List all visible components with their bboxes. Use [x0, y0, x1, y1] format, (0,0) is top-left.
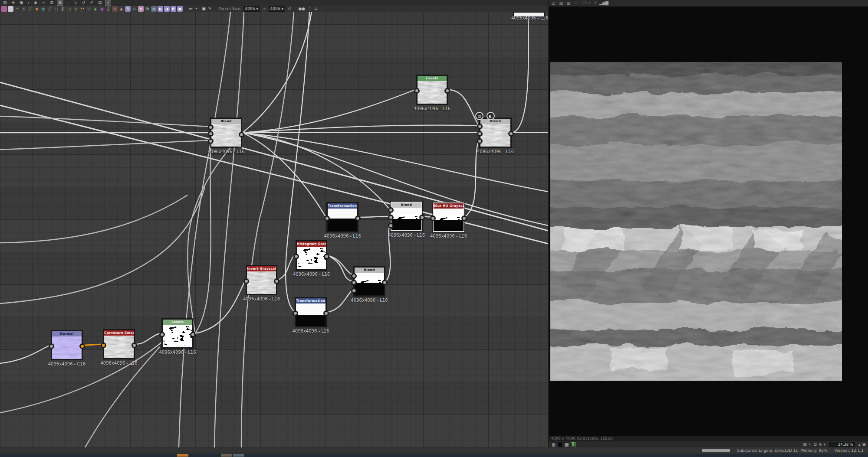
pan-view-icon[interactable]: ✜ — [819, 442, 822, 447]
input-port[interactable] — [351, 273, 357, 279]
navigation-pin-icon[interactable]: ✎ — [207, 7, 213, 11]
gradient-map-node-icon[interactable]: ▤ — [40, 6, 46, 12]
graph-node-invert-grayscale[interactable]: Invert Grayscale4096x4096 - L16 — [246, 265, 277, 295]
slope-blur-node-icon[interactable]: ▲ — [118, 6, 124, 12]
taskbar-app-tab-3[interactable] — [233, 454, 244, 457]
anisotropic-blur-node-icon[interactable]: •• — [79, 6, 85, 12]
input-port[interactable] — [101, 343, 106, 348]
output-port[interactable] — [324, 254, 329, 259]
graph-node-transformation-2d-upper[interactable]: Transformation 2D4096x4096 - L16 — [327, 202, 358, 232]
elbow-connector-icon[interactable]: ↳ — [73, 0, 78, 5]
swap-icon[interactable]: ⇄ — [313, 7, 319, 11]
percent-node-icon[interactable]: % — [145, 6, 150, 12]
levels-node-icon[interactable]: ▲ — [92, 6, 98, 12]
graph-node-curvature-smooth[interactable]: Curvature Smooth4096x4096 - L16 — [103, 330, 135, 359]
histogram-icon[interactable]: ▂▅▇ — [599, 0, 608, 7]
input-port[interactable] — [351, 288, 357, 294]
save-image-icon[interactable]: ▤ — [559, 0, 563, 7]
background-gray-button[interactable] — [564, 442, 569, 447]
output-port[interactable] — [382, 280, 388, 285]
taskbar-app-tab-1[interactable] — [177, 454, 188, 457]
output-port[interactable] — [508, 131, 514, 137]
output-port[interactable] — [239, 132, 244, 137]
graph-node-blend-center[interactable]: Blend4096x4096 - L16 — [210, 118, 242, 147]
output-port[interactable] — [274, 278, 279, 284]
zoom-out-icon[interactable]: ▾ — [823, 442, 825, 447]
2d-view-viewport[interactable] — [549, 7, 868, 436]
comment-icon[interactable]: ▭ — [188, 7, 194, 11]
blend-node-icon[interactable] — [8, 6, 13, 12]
fit-view-icon[interactable]: ⊡ — [813, 442, 817, 447]
output-port[interactable] — [323, 310, 329, 316]
thumbnail-display-icon[interactable]: ▤ — [97, 0, 103, 5]
parent-height-select[interactable]: 4096 ▾ — [269, 6, 285, 12]
input-port[interactable] — [208, 131, 214, 137]
input-port[interactable] — [414, 88, 420, 94]
background-image-button[interactable]: ▦ — [571, 442, 575, 447]
background-black-button[interactable] — [558, 442, 562, 447]
graph-node-blend-top-right[interactable]: Blend▤◧4096x4096 - L16 — [480, 118, 511, 147]
output-port[interactable] — [190, 332, 196, 337]
output-port[interactable] — [355, 215, 361, 221]
flip-node-icon[interactable]: ◨ — [164, 6, 170, 12]
fxmap-node-icon[interactable]: ƒ — [105, 6, 111, 12]
output-usage-badge[interactable]: ▤ — [475, 112, 483, 120]
parent-width-select[interactable]: 4096 ▾ — [243, 6, 260, 12]
tiling-grid-icon[interactable]: ▦ — [803, 442, 807, 447]
grid-snap-icon[interactable]: # — [105, 0, 111, 5]
taskbar-app-tab-2[interactable] — [221, 454, 232, 457]
cut-links-icon[interactable]: ✂ — [41, 0, 46, 5]
uv-mode-dropdown[interactable]: UV ▾ — [582, 0, 590, 7]
dot-link-icon[interactable]: ∷ — [66, 0, 70, 5]
sharpen-node-icon[interactable]: ◇ — [73, 6, 79, 12]
images-stack-icon[interactable]: ◫ — [552, 0, 556, 7]
graph-canvas[interactable] — [0, 12, 548, 447]
link-size-icon[interactable]: ∞ — [262, 7, 267, 11]
input-port[interactable] — [293, 254, 299, 259]
output-port[interactable] — [444, 88, 450, 94]
tweak-tool-icon[interactable]: ✐ — [89, 0, 94, 5]
channel-shuffle-node-icon[interactable]: ✕ — [21, 6, 26, 12]
gradient-linear-node-icon[interactable]: ╱ — [47, 6, 53, 12]
blur-node-icon[interactable]: • — [14, 6, 20, 12]
zoom-tool-icon[interactable]: ◉ — [33, 0, 38, 5]
warp-node-icon[interactable]: ∩ — [112, 6, 118, 12]
pan-tool-icon[interactable]: ✜ — [11, 0, 16, 5]
graph-node-normal[interactable]: Normal4096x4096 - C16 — [51, 330, 82, 360]
output-port[interactable] — [461, 215, 467, 221]
graph-node-blur-hq-grayscale[interactable]: Blur HQ Grayscale4096x4096 - L16 — [433, 202, 464, 232]
input-port[interactable] — [388, 223, 394, 228]
graph-node-transformation-2d-lower[interactable]: Transformation 2D4096x4096 - L16 — [295, 297, 326, 327]
uniform-color-node-icon[interactable] — [1, 6, 7, 12]
directional-blur-node-icon[interactable]: ◆ — [34, 6, 39, 12]
vertical-dots-icon[interactable]: ⋮ — [307, 7, 312, 11]
input-port[interactable] — [324, 215, 330, 221]
rgb-channels-button[interactable] — [551, 442, 556, 447]
input-port[interactable] — [293, 310, 298, 316]
graph-node-blend-lower[interactable]: Blend4096x4096 - L16 — [354, 267, 385, 296]
directional-warp-node-icon[interactable]: ≈ — [138, 6, 144, 12]
graph-node-levels-bottom[interactable]: Levels4096x4096 - L16 — [162, 319, 193, 348]
lock-zoom-icon[interactable]: ▣ — [862, 442, 866, 447]
input-port[interactable] — [388, 215, 394, 220]
mirror-node-icon[interactable]: ◧ — [158, 6, 163, 12]
text-node-icon[interactable]: A — [125, 6, 131, 12]
copy-image-icon[interactable]: ▥ — [567, 0, 571, 7]
input-port[interactable] — [243, 278, 249, 284]
transform-node-icon[interactable]: ◳ — [66, 6, 72, 12]
info-tool-icon[interactable]: i — [27, 0, 30, 5]
graph-node-histogram-scan[interactable]: Histogram Scan4096x4096 - L16 — [296, 241, 327, 270]
node-link-icon[interactable]: ⊞ — [49, 0, 55, 5]
hsl-node-icon[interactable]: ◕ — [99, 6, 105, 12]
marquee-select-icon[interactable]: ▧ — [2, 0, 8, 5]
input-port[interactable] — [477, 131, 483, 137]
emboss-node-icon[interactable]: ◍ — [86, 6, 92, 12]
information-icon[interactable]: i — [594, 0, 595, 7]
safe-transform-node-icon[interactable]: ⊡ — [132, 6, 137, 12]
input-port[interactable] — [49, 343, 54, 349]
shape-node-icon[interactable]: ○ — [53, 6, 59, 12]
pin-link-icon[interactable]: •– — [194, 7, 201, 11]
odd-checker-badge[interactable]: ◧ — [487, 112, 495, 120]
zoom-level-input[interactable]: 34.38 % — [829, 442, 855, 447]
checker-node-icon[interactable]: ▦ — [151, 6, 157, 12]
